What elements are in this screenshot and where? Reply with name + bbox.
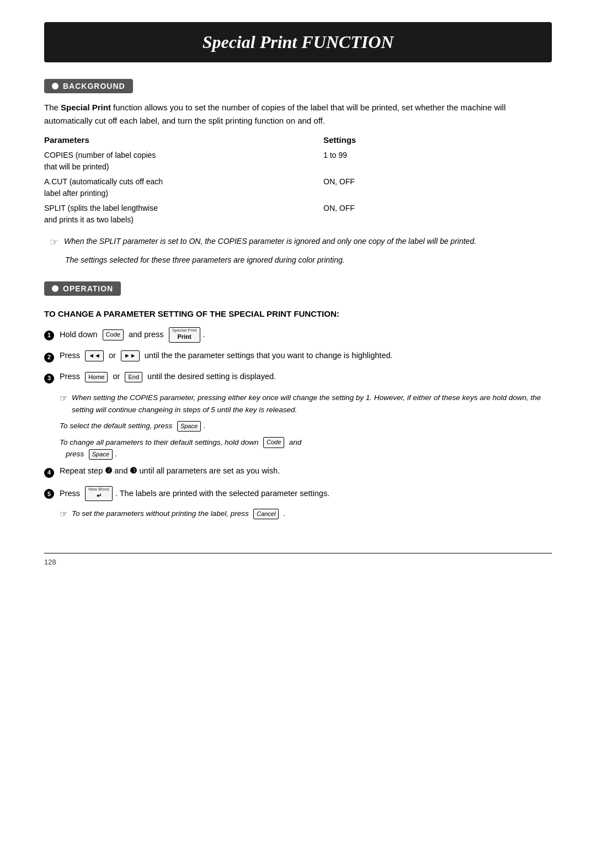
settings-header: Settings — [323, 135, 552, 148]
step-2-num: 2 — [44, 350, 60, 364]
setting-copies: 1 to 99 — [323, 148, 552, 174]
step-1-num: 1 — [44, 328, 60, 342]
operation-label: OPERATION — [63, 284, 113, 293]
background-intro: The Special Print function allows you to… — [44, 101, 552, 127]
note-text-2: The settings selected for these three pa… — [65, 255, 345, 264]
cancel-key: Cancel — [253, 509, 279, 519]
step-5: 5 Press New Block ↵ . The labels are pri… — [44, 486, 552, 501]
params-header: Parameters — [44, 135, 323, 148]
step-3-note2: To select the default setting, press Spa… — [60, 420, 552, 432]
background-note1: ☞ When the SPLIT parameter is set to ON,… — [44, 235, 552, 248]
step-ref-3: ❸ — [130, 466, 137, 475]
page-title: Special Print FUNCTION — [61, 32, 535, 52]
page-number: 128 — [44, 558, 56, 566]
subnote-icon-2: ☞ — [60, 509, 67, 519]
step3-note2-text: To select the default setting, press — [60, 422, 174, 430]
step-3-num: 3 — [44, 371, 60, 385]
page-title-bar: Special Print FUNCTION — [44, 22, 552, 62]
newblock-key: New Block ↵ — [85, 486, 113, 501]
step3-note3-text1: To change all parameters to their defaul… — [60, 438, 260, 446]
left-key: ◄◄ — [85, 350, 104, 361]
step-4-content: Repeat step ❷ and ❸ until all parameters… — [60, 465, 552, 477]
background-header: BACKGROUND — [44, 79, 133, 93]
subnote-text-1: When setting the COPIES parameter, press… — [72, 392, 552, 416]
code-key-2: Code — [263, 437, 284, 448]
background-label: BACKGROUND — [63, 82, 125, 90]
right-key: ►► — [121, 350, 140, 361]
page-footer: 128 — [44, 553, 552, 566]
step-3-note3: To change all parameters to their defaul… — [60, 436, 552, 460]
background-section: BACKGROUND The Special Print function al… — [44, 79, 552, 266]
step-5-subnote: ☞ To set the parameters without printing… — [60, 508, 552, 520]
step-3-subnote: ☞ When setting the COPIES parameter, pre… — [60, 392, 552, 416]
setting-split: ON, OFF — [323, 201, 552, 227]
step-ref-2: ❷ — [105, 466, 112, 475]
step-5-content: Press New Block ↵ . The labels are print… — [60, 486, 552, 501]
param-copies: COPIES (number of label copiesthat will … — [44, 148, 323, 174]
step-3-content: Press Home or End until the desired sett… — [60, 370, 552, 383]
home-key: Home — [85, 372, 108, 382]
step-5-num: 5 — [44, 487, 60, 501]
step-4-num: 4 — [44, 465, 60, 480]
background-note2: The settings selected for these three pa… — [44, 254, 552, 266]
subnote-text-2: To set the parameters without printing t… — [72, 508, 286, 520]
param-split: SPLIT (splits the label lengthwiseand pr… — [44, 201, 323, 227]
table-row: A.CUT (automatically cuts off eachlabel … — [44, 174, 552, 201]
table-row: COPIES (number of label copiesthat will … — [44, 148, 552, 174]
note-icon-1: ☞ — [50, 236, 58, 248]
operation-subtitle: TO CHANGE A PARAMETER SETTING OF THE SPE… — [44, 309, 552, 318]
param-acut: A.CUT (automatically cuts off eachlabel … — [44, 174, 323, 201]
setting-acut: ON, OFF — [323, 174, 552, 201]
step-1: 1 Hold down Code and press Special Print… — [44, 327, 552, 342]
step-1-content: Hold down Code and press Special Print P… — [60, 327, 552, 342]
code-key: Code — [103, 329, 124, 340]
note-text-1: When the SPLIT parameter is set to ON, t… — [64, 235, 476, 247]
subnote-icon-1: ☞ — [60, 393, 67, 403]
step-2: 2 Press ◄◄ or ►► until the the parameter… — [44, 349, 552, 364]
space-key-2: Space — [89, 449, 113, 460]
bold-special-print: Special Print — [61, 103, 111, 112]
operation-header: OPERATION — [44, 281, 121, 296]
step-4: 4 Repeat step ❷ and ❸ until all paramete… — [44, 465, 552, 480]
end-key: End — [125, 372, 142, 382]
params-table: Parameters Settings COPIES (number of la… — [44, 135, 552, 227]
operation-section: OPERATION TO CHANGE A PARAMETER SETTING … — [44, 281, 552, 519]
step-3: 3 Press Home or End until the desired se… — [44, 370, 552, 385]
table-row: SPLIT (splits the label lengthwiseand pr… — [44, 201, 552, 227]
step3-note2-period: . — [204, 422, 206, 430]
step3-note3-period: . — [115, 450, 118, 458]
space-key-1: Space — [177, 421, 201, 432]
step-2-content: Press ◄◄ or ►► until the the parameter s… — [60, 349, 552, 362]
background-intro-rest: function allows you to set the number of… — [44, 103, 505, 125]
print-key: Special Print Print — [169, 327, 200, 342]
